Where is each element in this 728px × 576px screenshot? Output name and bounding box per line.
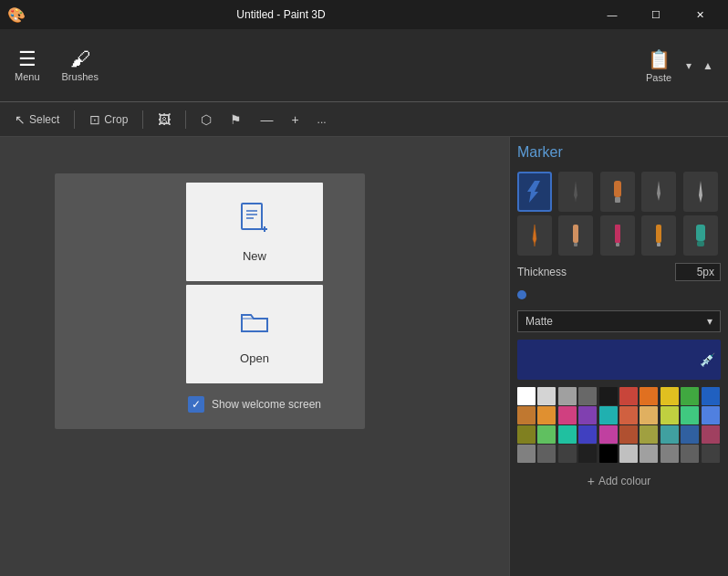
- ribbon-dropdown-btn[interactable]: ▾: [682, 56, 695, 76]
- open-card[interactable]: Open: [186, 285, 323, 383]
- minimize-button[interactable]: —: [591, 0, 633, 29]
- color-cell[interactable]: [660, 406, 679, 424]
- welcome-overlay: New Open ✓ Show welcome screen: [186, 183, 323, 413]
- brushes-icon: 🖌: [70, 49, 90, 69]
- color-cell[interactable]: [578, 445, 597, 463]
- crop-label: Crop: [104, 113, 128, 126]
- show-welcome-checkbox[interactable]: ✓: [188, 396, 204, 413]
- brush-cell-9[interactable]: [683, 215, 718, 256]
- brush-cell-0[interactable]: [517, 172, 552, 212]
- color-cell[interactable]: [517, 406, 536, 424]
- toolbar-separator-2: [142, 110, 143, 129]
- svg-rect-9: [573, 225, 578, 243]
- brush-cell-3[interactable]: [641, 172, 676, 212]
- brushes-button[interactable]: 🖌 Brushes: [51, 29, 109, 101]
- menu-button[interactable]: ☰ Menu: [4, 29, 51, 101]
- svg-rect-15: [696, 225, 705, 241]
- matte-chevron-icon: ▾: [707, 315, 712, 328]
- color-cell[interactable]: [599, 445, 618, 463]
- color-cell[interactable]: [640, 445, 658, 463]
- stamp-tool[interactable]: ⬡: [193, 109, 219, 131]
- brush-cell-6[interactable]: [558, 215, 593, 256]
- thickness-row: Thickness 5px: [517, 263, 721, 281]
- color-cell[interactable]: [681, 406, 699, 424]
- thickness-label: Thickness: [517, 266, 567, 278]
- ribbon-collapse-btn[interactable]: ▲: [699, 56, 717, 76]
- color-cell[interactable]: [578, 425, 597, 444]
- color-cell[interactable]: [578, 406, 597, 424]
- color-cell[interactable]: [640, 406, 658, 424]
- color-cell[interactable]: [517, 445, 536, 463]
- color-cell[interactable]: [537, 425, 556, 444]
- color-cell[interactable]: [681, 445, 699, 463]
- color-cell[interactable]: [702, 406, 720, 424]
- color-cell[interactable]: [619, 387, 638, 405]
- color-cell[interactable]: [619, 445, 638, 463]
- color-cell[interactable]: [537, 406, 556, 424]
- brush-cell-8[interactable]: [641, 215, 676, 256]
- matte-dropdown[interactable]: Matte ▾: [517, 310, 721, 332]
- new-card[interactable]: New: [186, 183, 323, 281]
- open-icon: [237, 304, 272, 346]
- color-cell[interactable]: [517, 387, 536, 405]
- color-cell[interactable]: [702, 425, 720, 444]
- add-colour-plus-icon: +: [588, 474, 595, 488]
- eyedropper-icon[interactable]: 💉: [700, 352, 715, 367]
- open-label: Open: [240, 351, 269, 365]
- color-cell[interactable]: [619, 406, 638, 424]
- minus-tool[interactable]: —: [253, 109, 280, 131]
- color-cell[interactable]: [681, 387, 699, 405]
- color-cell[interactable]: [578, 387, 597, 405]
- color-cell[interactable]: [681, 425, 699, 444]
- thickness-value[interactable]: 5px: [675, 263, 721, 281]
- color-cell[interactable]: [558, 406, 577, 424]
- color-cell[interactable]: [599, 387, 618, 405]
- color-cell[interactable]: [599, 406, 618, 424]
- thickness-dot[interactable]: [517, 290, 526, 299]
- select-tool[interactable]: ↖ Select: [7, 109, 67, 131]
- brush-cell-2[interactable]: [600, 172, 635, 212]
- color-cell[interactable]: [599, 425, 618, 444]
- color-cell[interactable]: [558, 425, 577, 444]
- brush-cell-4[interactable]: [683, 172, 718, 212]
- color-palette: [517, 387, 721, 463]
- color-cell[interactable]: [619, 425, 638, 444]
- toolbar: ↖ Select ⊡ Crop 🖼 ⬡ ⚑ — + ...: [0, 102, 728, 137]
- new-icon: [237, 202, 272, 244]
- maximize-button[interactable]: ☐: [635, 0, 677, 29]
- color-cell[interactable]: [702, 445, 720, 463]
- more-tool[interactable]: ...: [310, 110, 334, 130]
- color-cell[interactable]: [640, 425, 658, 444]
- color-cell[interactable]: [537, 387, 556, 405]
- brush-cell-1[interactable]: [558, 172, 593, 212]
- color-cell[interactable]: [558, 387, 577, 405]
- svg-rect-11: [615, 225, 620, 243]
- add-colour-button[interactable]: + Add colour: [517, 470, 721, 492]
- paste-icon: 📋: [648, 48, 671, 70]
- color-cell[interactable]: [660, 445, 679, 463]
- plus-tool[interactable]: +: [284, 109, 306, 131]
- color-swatch[interactable]: 💉: [517, 340, 721, 380]
- canvas-area[interactable]: New Open ✓ Show welcome screen: [0, 137, 509, 576]
- new-label: New: [243, 249, 266, 263]
- color-cell[interactable]: [640, 387, 658, 405]
- color-cell[interactable]: [660, 425, 679, 444]
- color-cell[interactable]: [702, 387, 720, 405]
- flag-tool[interactable]: ⚑: [223, 109, 249, 131]
- crop-tool[interactable]: ⊡ Crop: [82, 109, 135, 131]
- brush-cell-7[interactable]: [600, 215, 635, 256]
- image-tool[interactable]: 🖼: [151, 109, 178, 131]
- brush-cell-5[interactable]: [517, 215, 552, 256]
- svg-rect-10: [574, 243, 577, 246]
- color-cell[interactable]: [517, 425, 536, 444]
- color-cell[interactable]: [537, 445, 556, 463]
- brush-grid: [517, 172, 721, 256]
- color-cell[interactable]: [558, 445, 577, 463]
- paste-label: Paste: [646, 72, 671, 83]
- close-button[interactable]: ✕: [679, 0, 721, 29]
- window-controls: — ☐ ✕: [591, 0, 721, 29]
- svg-rect-13: [656, 225, 661, 243]
- matte-label: Matte: [525, 315, 553, 328]
- color-cell[interactable]: [660, 387, 679, 405]
- paste-button[interactable]: 📋 Paste: [639, 45, 679, 87]
